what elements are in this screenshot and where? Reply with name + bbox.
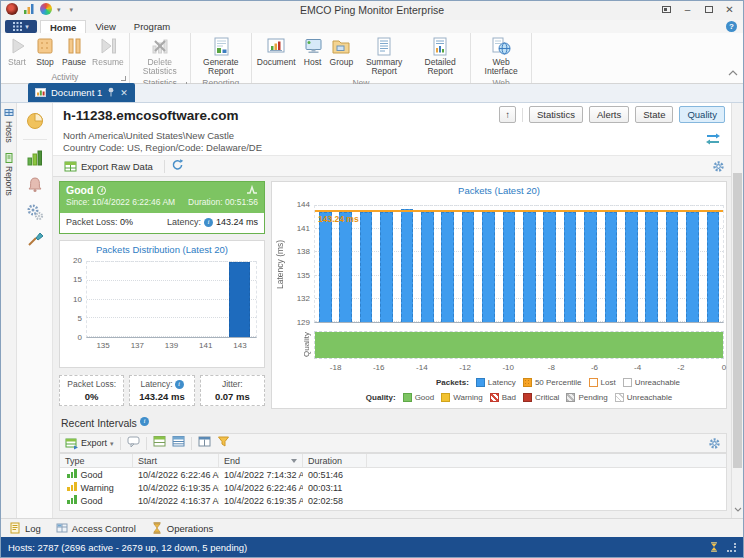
new-host-button[interactable]: Host: [299, 34, 327, 68]
stop-button[interactable]: Stop: [31, 34, 59, 68]
summary-report-button[interactable]: Summary Report: [356, 34, 412, 78]
document-tab-chart-icon: [35, 88, 46, 97]
resize-grip[interactable]: [727, 543, 736, 552]
state-history-icon[interactable]: [246, 185, 258, 195]
legend-warning: Warning: [441, 393, 483, 402]
swap-panels-icon[interactable]: [705, 131, 721, 149]
scrollbar-chevron-icon[interactable]: [734, 498, 742, 516]
help-icon[interactable]: ?: [726, 21, 737, 32]
unreachable-swatch-icon: [623, 378, 632, 387]
chart-quick-icon[interactable]: [23, 3, 35, 15]
tab-program[interactable]: Program: [125, 20, 179, 33]
summary-report-icon: [373, 35, 395, 57]
detailed-report-button[interactable]: Detailed Report: [412, 34, 468, 78]
minimize-icon[interactable]: –: [677, 2, 698, 17]
grid-view-icon[interactable]: [172, 434, 185, 452]
collapse-ribbon-icon[interactable]: [728, 62, 738, 80]
statistics-view-button[interactable]: Statistics: [529, 106, 583, 123]
latency-metric-info-icon[interactable]: i: [175, 380, 184, 389]
sidebar-tab-hosts[interactable]: Hosts: [4, 108, 14, 143]
legend-critical: Critical: [523, 393, 559, 402]
ribbon-group-activity: Start Stop Pause Resume Activity: [1, 33, 130, 83]
intervals-toolbar-separator3: [191, 437, 192, 450]
interval-row[interactable]: Good 10/4/2022 6:22:46 AM 10/4/2022 7:14…: [60, 468, 726, 481]
ribbon-tab-row: ▾ Home View Program ?: [1, 20, 743, 33]
new-document-button[interactable]: Document: [254, 34, 299, 68]
comment-icon[interactable]: [127, 434, 140, 452]
document-icon: [265, 35, 287, 57]
recent-intervals-title: Recent Intervals i: [61, 417, 149, 429]
statistics-bars-icon[interactable]: [26, 149, 44, 167]
column-header-duration[interactable]: Duration: [303, 454, 367, 467]
palette-dropdown-icon[interactable]: ▾: [57, 6, 61, 13]
new-group-button[interactable]: Group: [327, 34, 357, 68]
status-card: Good i Since: 10/4/2022 6:22:46 AM Durat…: [59, 181, 265, 234]
quality-settings-gear-icon[interactable]: [712, 160, 725, 173]
operations-tab[interactable]: Operations: [151, 522, 213, 534]
export-raw-data-icon: [64, 160, 77, 173]
status-latency: Latency:i143.24 ms: [167, 217, 258, 227]
close-icon[interactable]: ✕: [719, 2, 740, 17]
document-tab-close-icon[interactable]: ✕: [120, 88, 128, 98]
intervals-export-button[interactable]: Export ▾: [65, 437, 114, 450]
state-view-button[interactable]: State: [635, 106, 673, 123]
status-packet-loss: Packet Loss: 0%: [66, 217, 133, 227]
log-icon: [9, 522, 21, 534]
export-raw-data-button[interactable]: Export Raw Data: [59, 159, 158, 174]
recent-intervals-table: Type Start End Duration Good 10/4/2022 6…: [59, 453, 727, 511]
generate-report-icon: [210, 35, 232, 57]
tab-view[interactable]: View: [86, 20, 124, 33]
app-menu-button[interactable]: ▾: [5, 20, 37, 33]
app-menu-grid-icon: [13, 22, 22, 31]
log-tab[interactable]: Log: [9, 522, 41, 534]
resume-button[interactable]: Resume: [89, 34, 127, 68]
document-tab[interactable]: Document 1 ✕: [28, 83, 135, 102]
column-header-type[interactable]: Type: [60, 454, 133, 467]
quality-view-button[interactable]: Quality: [679, 106, 725, 123]
sidebar-tab-reports[interactable]: Reports: [4, 153, 14, 196]
refresh-icon[interactable]: [171, 157, 184, 175]
collapse-header-button[interactable]: ↑: [499, 106, 516, 123]
hosts-icon: [4, 108, 14, 118]
host-location: North America\United States\New Castle: [63, 130, 234, 141]
pause-button[interactable]: Pause: [59, 34, 89, 68]
customize-toolbar-icon[interactable]: ▾: [70, 6, 74, 13]
recent-intervals-info-icon[interactable]: i: [140, 417, 149, 426]
status-since: Since: 10/4/2022 6:22:46 AM: [66, 197, 175, 207]
palette-icon[interactable]: [40, 3, 52, 15]
alerts-view-button[interactable]: Alerts: [589, 106, 629, 123]
access-control-tab[interactable]: Access Control: [56, 522, 136, 534]
detailed-report-label: Detailed Report: [415, 58, 465, 77]
pin-icon[interactable]: [107, 87, 115, 98]
column-header-start[interactable]: Start: [133, 454, 219, 467]
dock-window-icon[interactable]: [656, 2, 677, 17]
intervals-settings-gear-icon[interactable]: [708, 437, 721, 450]
latency-info-icon[interactable]: i: [204, 218, 213, 227]
stop-icon: [34, 35, 56, 57]
scrollbar-thumb[interactable]: [733, 173, 742, 468]
style-brush-icon[interactable]: [26, 230, 44, 248]
interval-row[interactable]: Warning 10/4/2022 6:19:35 AM 10/4/2022 6…: [60, 481, 726, 494]
column-header-end[interactable]: End: [219, 454, 303, 467]
interval-row[interactable]: Good 10/4/2022 4:16:37 AM * 10/4/2022 6:…: [60, 494, 726, 507]
web-interface-button[interactable]: Web Interface: [473, 34, 529, 78]
app-icon[interactable]: [6, 3, 18, 15]
maximize-icon[interactable]: [698, 2, 719, 17]
generate-report-button[interactable]: Generate Report: [193, 34, 249, 78]
recent-intervals-toolbar: Export ▾: [59, 433, 727, 453]
alerts-bell-icon[interactable]: [26, 176, 44, 194]
columns-icon[interactable]: [198, 434, 211, 452]
legend-50-percentile: 50 Percentile: [523, 378, 582, 387]
filter-icon[interactable]: [217, 434, 230, 452]
start-button[interactable]: Start: [3, 34, 31, 68]
delete-statistics-button[interactable]: Delete Statistics: [132, 34, 188, 78]
activity-dialog-launcher-icon[interactable]: [121, 76, 126, 81]
vertical-scrollbar[interactable]: [731, 103, 743, 518]
status-info-icon[interactable]: i: [97, 186, 106, 195]
intervals-table-header: Type Start End Duration: [60, 454, 726, 468]
detailed-report-icon: [429, 35, 451, 57]
tab-home[interactable]: Home: [40, 20, 86, 33]
quality-pie-icon[interactable]: [26, 112, 44, 130]
state-gears-icon[interactable]: [26, 203, 44, 221]
table-view-icon[interactable]: [153, 434, 166, 452]
